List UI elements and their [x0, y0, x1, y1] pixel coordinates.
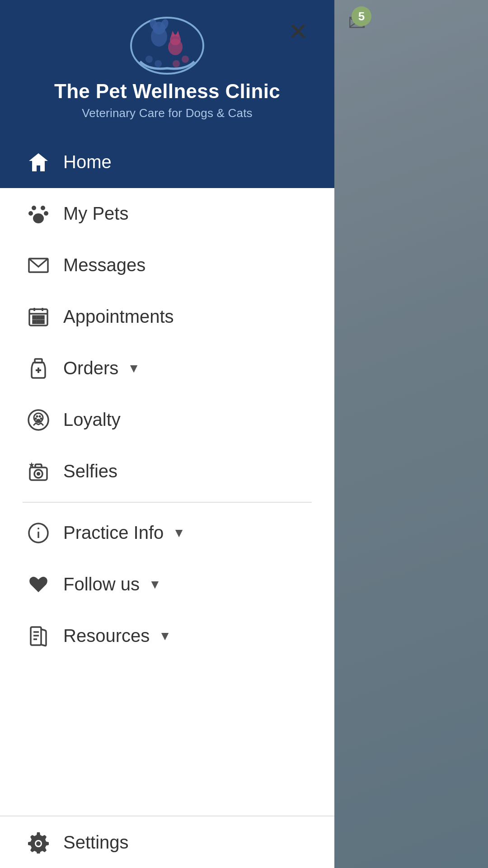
clinic-name: The Pet Wellness Clinic [54, 80, 280, 104]
nav-item-follow-us[interactable]: Follow us ▼ [0, 559, 334, 610]
resources-chevron-icon: ▼ [159, 629, 171, 643]
svg-point-35 [39, 415, 41, 417]
nav-item-orders[interactable]: Orders ▼ [0, 343, 334, 394]
nav-label-resources: Resources ▼ [63, 626, 171, 646]
nav-label-home: Home [63, 152, 112, 172]
svg-rect-25 [41, 316, 44, 319]
nav-label-practice-info: Practice Info ▼ [63, 523, 185, 543]
heart-icon [23, 573, 54, 596]
info-icon [23, 522, 54, 544]
svg-marker-39 [29, 462, 34, 467]
nav-divider [23, 502, 312, 503]
navigation-drawer: The Pet Wellness Clinic Veterinary Care … [0, 0, 334, 868]
nav-label-appointments: Appointments [63, 307, 174, 327]
gear-icon [23, 831, 54, 854]
svg-point-34 [36, 415, 38, 417]
svg-point-38 [36, 419, 41, 423]
svg-rect-23 [33, 316, 36, 319]
book-icon [23, 625, 54, 647]
bottle-icon [23, 357, 54, 380]
nav-item-my-pets[interactable]: My Pets [0, 188, 334, 240]
notification-area: ✉ 5 [348, 10, 366, 35]
orders-chevron-icon: ▼ [127, 361, 140, 376]
svg-point-10 [155, 60, 162, 67]
clinic-tagline: Veterinary Care for Dogs & Cats [82, 106, 253, 120]
nav-label-my-pets: My Pets [63, 203, 128, 224]
svg-point-17 [33, 213, 44, 223]
svg-marker-8 [175, 31, 180, 37]
calendar-icon [23, 306, 54, 328]
nav-label-messages: Messages [63, 255, 145, 275]
loyalty-icon [23, 409, 54, 431]
nav-label-follow-us: Follow us ▼ [63, 574, 161, 594]
notification-icon-wrapper[interactable]: ✉ 5 [348, 10, 366, 35]
svg-rect-28 [41, 321, 44, 323]
settings-footer[interactable]: Settings [0, 816, 334, 868]
svg-point-42 [37, 472, 40, 476]
svg-rect-26 [33, 321, 36, 323]
drawer-overlay[interactable] [334, 0, 488, 868]
nav-list: Home My Pets [0, 137, 334, 816]
svg-point-14 [41, 206, 45, 210]
svg-marker-7 [171, 31, 175, 37]
svg-point-9 [145, 56, 153, 63]
nav-label-orders: Orders ▼ [63, 358, 140, 378]
nav-item-messages[interactable]: Messages [0, 240, 334, 291]
nav-item-home[interactable]: Home [0, 137, 334, 188]
nav-label-selfies: Selfies [63, 461, 117, 481]
nav-item-appointments[interactable]: Appointments [0, 291, 334, 343]
svg-point-13 [32, 206, 36, 210]
nav-item-practice-info[interactable]: Practice Info ▼ [0, 507, 334, 559]
svg-rect-27 [37, 321, 40, 323]
close-button[interactable]: ✕ [280, 14, 316, 50]
svg-point-36 [35, 417, 37, 420]
svg-point-16 [44, 211, 48, 216]
nav-item-loyalty[interactable]: Loyalty [0, 394, 334, 446]
svg-point-12 [182, 56, 189, 63]
notification-badge: 5 [352, 6, 371, 26]
clinic-logo-svg [122, 16, 212, 75]
svg-point-45 [38, 528, 39, 529]
practice-info-chevron-icon: ▼ [173, 526, 185, 540]
svg-point-11 [173, 60, 180, 67]
paw-icon [23, 203, 54, 225]
home-icon [23, 151, 54, 174]
message-icon [23, 254, 54, 277]
camera-star-icon [23, 460, 54, 483]
nav-label-loyalty: Loyalty [63, 410, 121, 430]
svg-rect-24 [37, 316, 40, 319]
svg-point-37 [40, 417, 42, 420]
follow-us-chevron-icon: ▼ [149, 577, 161, 592]
svg-point-15 [28, 211, 33, 216]
svg-point-50 [36, 841, 41, 846]
nav-item-resources[interactable]: Resources ▼ [0, 610, 334, 662]
settings-label: Settings [63, 832, 129, 853]
nav-item-selfies[interactable]: Selfies [0, 446, 334, 497]
